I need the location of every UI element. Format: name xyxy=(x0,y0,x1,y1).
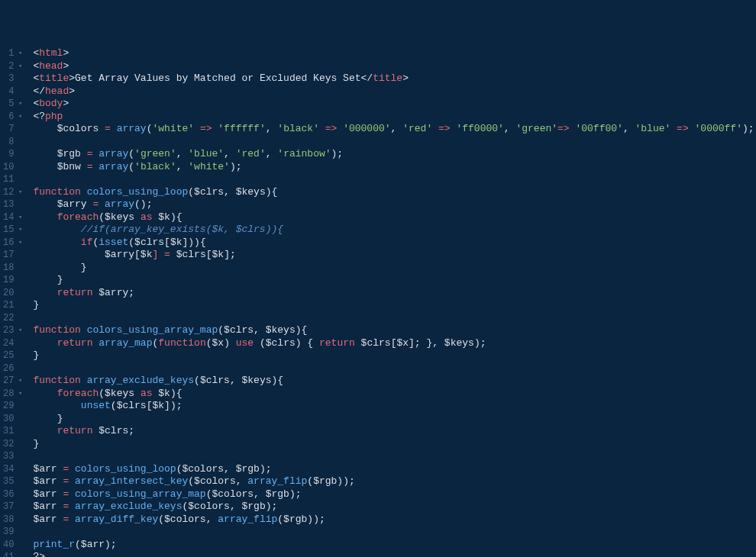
code-line[interactable]: $rgb = array('green', 'blue', 'red', 'ra… xyxy=(33,148,756,161)
line-number[interactable]: 24 xyxy=(3,337,22,350)
code-line[interactable]: return $arry; xyxy=(33,287,756,300)
line-number[interactable]: 14▾ xyxy=(3,211,22,224)
line-number[interactable]: 8 xyxy=(3,136,22,149)
fold-icon[interactable]: ▾ xyxy=(16,375,22,388)
fold-icon[interactable]: ▾ xyxy=(16,211,22,224)
fold-icon[interactable]: ▾ xyxy=(16,388,22,401)
code-line[interactable]: <html> xyxy=(33,47,756,60)
line-number[interactable]: 29 xyxy=(3,400,22,413)
code-line[interactable]: $bnw = array('black', 'white'); xyxy=(33,161,756,174)
token: foreach xyxy=(57,388,99,399)
code-line[interactable]: <head> xyxy=(33,60,756,73)
line-number[interactable]: 1▾ xyxy=(3,47,22,60)
line-number[interactable]: 23▾ xyxy=(3,324,22,337)
line-number[interactable]: 2▾ xyxy=(3,60,22,73)
fold-icon[interactable]: ▾ xyxy=(16,186,22,199)
code-line[interactable] xyxy=(33,312,756,325)
code-line[interactable]: $arry[$k] = $clrs[$k]; xyxy=(33,249,756,262)
line-number[interactable]: 26 xyxy=(3,362,22,375)
code-line[interactable]: } xyxy=(33,438,756,451)
line-number[interactable]: 15▾ xyxy=(3,224,22,237)
code-line[interactable] xyxy=(33,362,756,375)
fold-icon[interactable]: ▾ xyxy=(16,237,22,250)
line-number[interactable]: 6▾ xyxy=(3,111,22,124)
line-number[interactable]: 5▾ xyxy=(3,98,22,111)
code-line[interactable]: $arr = colors_using_array_map($colors, $… xyxy=(33,488,756,501)
code-line[interactable]: foreach($keys as $k){ xyxy=(33,388,756,401)
line-number[interactable]: 34 xyxy=(3,463,22,476)
line-number[interactable]: 22 xyxy=(3,312,22,325)
line-number[interactable]: 19 xyxy=(3,274,22,287)
code-line[interactable] xyxy=(33,450,756,463)
line-number[interactable]: 27▾ xyxy=(3,375,22,388)
code-line[interactable]: ?> xyxy=(33,551,756,557)
line-number[interactable]: 10 xyxy=(3,161,22,174)
line-number[interactable]: 35 xyxy=(3,475,22,488)
line-number[interactable]: 31 xyxy=(3,425,22,438)
token: = xyxy=(57,488,75,500)
code-line[interactable]: if(isset($clrs[$k])){ xyxy=(33,237,756,250)
line-number[interactable]: 30 xyxy=(3,413,22,426)
line-number[interactable]: 41 xyxy=(3,551,22,557)
fold-icon[interactable]: ▾ xyxy=(16,47,22,60)
code-line[interactable]: $arr = array_diff_key($colors, array_fli… xyxy=(33,514,756,526)
line-number[interactable]: 39 xyxy=(3,526,22,539)
code-line[interactable]: } xyxy=(33,349,756,362)
token: ( xyxy=(128,161,134,172)
code-line[interactable]: $arr = array_exclude_keys($colors, $rgb)… xyxy=(33,501,756,514)
fold-icon[interactable]: ▾ xyxy=(16,224,22,237)
code-line[interactable]: return array_map(function($x) use ($clrs… xyxy=(33,337,756,350)
code-line[interactable]: <?php xyxy=(33,111,756,124)
code-line[interactable]: function colors_using_array_map($clrs, $… xyxy=(33,324,756,337)
line-number[interactable]: 28▾ xyxy=(3,388,22,401)
line-number[interactable]: 18 xyxy=(3,262,22,275)
fold-icon[interactable]: ▾ xyxy=(16,111,22,124)
code-line[interactable] xyxy=(33,173,756,186)
code-line[interactable]: function colors_using_loop($clrs, $keys)… xyxy=(33,186,756,199)
line-number[interactable]: 37 xyxy=(3,501,22,514)
code-line[interactable]: $colors = array('white' => 'ffffff', 'bl… xyxy=(33,123,756,136)
token: ); xyxy=(260,463,272,475)
code-line[interactable]: } xyxy=(33,413,756,426)
code-line[interactable]: } xyxy=(33,299,756,312)
line-number[interactable]: 38 xyxy=(3,514,22,526)
code-line[interactable]: } xyxy=(33,274,756,287)
code-line[interactable]: function array_exclude_keys($clrs, $keys… xyxy=(33,375,756,388)
line-number[interactable]: 9 xyxy=(3,148,22,161)
code-line[interactable]: $arr = array_intersect_key($colors, arra… xyxy=(33,475,756,488)
code-line[interactable]: return $clrs; xyxy=(33,425,756,438)
code-line[interactable]: //if(array_key_exists($k, $clrs)){ xyxy=(33,224,756,237)
fold-icon[interactable]: ▾ xyxy=(16,98,22,111)
code-area[interactable]: <html><head><title>Get Array Values by M… xyxy=(28,46,756,557)
code-line[interactable]: print_r($arr); xyxy=(33,539,756,552)
line-number[interactable]: 17 xyxy=(3,249,22,262)
line-number[interactable]: 7 xyxy=(3,123,22,136)
line-number[interactable]: 12▾ xyxy=(3,186,22,199)
code-line[interactable] xyxy=(33,136,756,149)
code-line[interactable]: <body> xyxy=(33,98,756,111)
code-line[interactable] xyxy=(33,526,756,539)
token: print_r xyxy=(33,539,75,550)
line-number[interactable]: 4 xyxy=(3,85,22,98)
code-line[interactable]: } xyxy=(33,262,756,275)
line-number[interactable]: 13 xyxy=(3,198,22,211)
line-number[interactable]: 11 xyxy=(3,173,22,186)
fold-icon[interactable]: ▾ xyxy=(16,324,22,337)
code-line[interactable]: $arr = colors_using_loop($colors, $rgb); xyxy=(33,463,756,476)
fold-icon[interactable]: ▾ xyxy=(16,60,22,73)
line-number[interactable]: 32 xyxy=(3,438,22,451)
code-line[interactable]: </head> xyxy=(33,85,756,98)
code-line[interactable]: $arry = array(); xyxy=(33,198,756,211)
line-number[interactable]: 16▾ xyxy=(3,237,22,250)
line-number[interactable]: 36 xyxy=(3,488,22,501)
line-number[interactable]: 3 xyxy=(3,72,22,85)
code-line[interactable]: foreach($keys as $k){ xyxy=(33,211,756,224)
line-number-gutter[interactable]: 1▾2▾345▾6▾789101112▾1314▾15▾16▾171819202… xyxy=(0,46,28,557)
line-number[interactable]: 33 xyxy=(3,450,22,463)
code-line[interactable]: unset($clrs[$k]); xyxy=(33,400,756,413)
line-number[interactable]: 40 xyxy=(3,539,22,552)
line-number[interactable]: 21 xyxy=(3,299,22,312)
code-line[interactable]: <title>Get Array Values by Matched or Ex… xyxy=(33,72,756,85)
line-number[interactable]: 25 xyxy=(3,349,22,362)
line-number[interactable]: 20 xyxy=(3,287,22,300)
